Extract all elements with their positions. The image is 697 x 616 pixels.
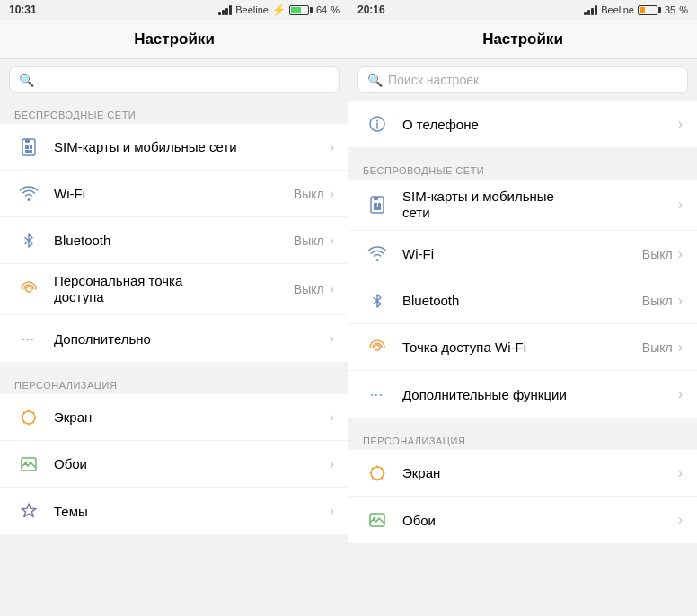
section-wireless-group-right: SIM-карты и мобильныесети › Wi-Fi Выкл ›… <box>348 180 697 418</box>
search-bar-right: 🔍 Поиск настроек <box>348 59 697 101</box>
search-icon-right: 🔍 <box>367 73 383 87</box>
item-hotspot-right[interactable]: Точка доступа Wi-Fi Выкл › <box>348 324 697 371</box>
battery-pct-left: 64 <box>316 4 327 15</box>
item-themes-left[interactable]: Темы › <box>0 488 348 534</box>
svg-rect-3 <box>30 145 32 149</box>
item-more-label-right: Дополнительные функции <box>402 387 678 402</box>
item-bt-value-right: Выкл <box>642 294 673 308</box>
settings-list-left: БЕСПРОВОДНЫЕ СЕТИ SIM-карты и мобильные … <box>0 101 348 616</box>
battery-tip-right <box>658 7 661 13</box>
item-wifi-label-left: Wi-Fi <box>54 186 294 201</box>
item-bt-right[interactable]: Bluetooth Выкл › <box>348 277 697 324</box>
item-wallpaper-left[interactable]: Обои › <box>0 441 348 488</box>
svg-point-19 <box>374 517 376 520</box>
chevron-sim-right: › <box>678 197 683 213</box>
panel-right: 20:16 Beeline 35% Настройки 🔍 Поис <box>348 0 697 616</box>
chevron-wifi-left: › <box>330 186 334 202</box>
display-icon-right <box>363 459 392 488</box>
battery-fill-left <box>291 7 302 13</box>
battery-icon-right <box>638 5 661 15</box>
divider1-right <box>348 418 697 427</box>
divider1-left <box>0 362 348 371</box>
item-bt-label-left: Bluetooth <box>54 233 294 248</box>
item-sim-left[interactable]: SIM-карты и мобильные сети › <box>0 124 348 171</box>
item-wallpaper-label-right: Обои <box>402 513 678 528</box>
item-display-label-left: Экран <box>54 409 330 425</box>
item-display-right[interactable]: Экран › <box>348 450 697 497</box>
signal-icon-left <box>218 5 232 15</box>
battery-tip-left <box>310 7 313 13</box>
svg-rect-15 <box>374 207 381 210</box>
signal-icon-right <box>584 5 597 15</box>
search-placeholder-right: Поиск настроек <box>388 73 479 87</box>
hotspot-icon-left <box>14 275 43 304</box>
item-hotspot-label-right: Точка доступа Wi-Fi <box>402 339 642 355</box>
item-sim-label-left: SIM-карты и мобильные сети <box>54 139 330 154</box>
section-personal-group-right: Экран › Обои › <box>348 450 697 543</box>
status-bar-left: 10:31 Beeline ⚡ 64% <box>0 0 348 20</box>
wallpaper-icon-left <box>14 450 43 479</box>
svg-point-10 <box>376 120 378 122</box>
section-personal-header-left: ПЕРСОНАЛИЗАЦИЯ <box>0 371 348 394</box>
item-more-label-left: Дополнительно <box>54 331 330 347</box>
chevron-wifi-right: › <box>678 246 683 262</box>
section-wireless-header-right: БЕСПРОВОДНЫЕ СЕТИ <box>348 156 697 180</box>
search-bar-left: 🔍 <box>0 59 348 101</box>
more-icon-right: ••• <box>363 380 392 409</box>
svg-point-16 <box>375 345 380 350</box>
sim-icon-right <box>363 190 392 219</box>
status-right-right: Beeline 35% <box>584 4 688 15</box>
item-wifi-right[interactable]: Wi-Fi Выкл › <box>348 231 697 277</box>
item-about-label-right: О телефоне <box>402 117 678 132</box>
battery-pct-right: 35 <box>665 4 675 15</box>
chevron-more-right: › <box>678 386 683 402</box>
svg-rect-12 <box>374 197 378 200</box>
battery-fill-right <box>640 7 645 13</box>
item-hotspot-value-right: Выкл <box>642 340 673 355</box>
search-icon-left: 🔍 <box>19 73 34 87</box>
panel-left: 10:31 Beeline ⚡ 64% Настройки 🔍 <box>0 0 348 616</box>
item-wallpaper-label-left: Обои <box>54 456 330 471</box>
item-bt-value-left: Выкл <box>294 233 324 248</box>
item-wifi-value-right: Выкл <box>642 247 673 261</box>
search-wrap-right[interactable]: 🔍 Поиск настроек <box>357 66 688 93</box>
item-about-right[interactable]: О телефоне › <box>348 101 697 147</box>
svg-point-8 <box>25 461 28 463</box>
search-wrap-left[interactable]: 🔍 <box>9 66 340 93</box>
chevron-themes-left: › <box>330 503 334 519</box>
item-bt-left[interactable]: Bluetooth Выкл › <box>0 217 348 264</box>
battery-icon-left <box>289 5 313 15</box>
top-group-right: О телефоне › <box>348 101 697 147</box>
wifi-icon-left <box>14 180 43 208</box>
carrier-left: Beeline <box>235 4 269 15</box>
svg-rect-1 <box>25 139 30 143</box>
item-bt-label-right: Bluetooth <box>402 293 642 308</box>
item-wallpaper-right[interactable]: Обои › <box>348 497 697 543</box>
item-hotspot-value-left: Выкл <box>294 282 324 296</box>
item-sim-label-right: SIM-карты и мобильныесети <box>402 189 678 221</box>
item-more-right[interactable]: ••• Дополнительные функции › <box>348 371 697 418</box>
item-wifi-left[interactable]: Wi-Fi Выкл › <box>0 171 348 217</box>
item-display-left[interactable]: Экран › <box>0 394 348 441</box>
chevron-wallpaper-right: › <box>678 512 683 528</box>
svg-rect-2 <box>25 145 29 149</box>
chevron-wallpaper-left: › <box>330 456 334 472</box>
item-sim-right[interactable]: SIM-карты и мобильныесети › <box>348 180 697 231</box>
bt-icon-left <box>14 226 43 255</box>
display-icon-left <box>14 403 43 432</box>
item-hotspot-left[interactable]: Персональная точкадоступа Выкл › <box>0 264 348 315</box>
header-title-right: Настройки <box>482 31 563 48</box>
chevron-bt-left: › <box>330 233 334 249</box>
item-display-label-right: Экран <box>402 465 678 480</box>
item-more-left[interactable]: ••• Дополнительно › <box>0 315 348 362</box>
svg-rect-14 <box>378 203 381 207</box>
sim-icon-left <box>14 133 43 162</box>
item-wifi-value-left: Выкл <box>294 187 324 201</box>
item-wifi-label-right: Wi-Fi <box>402 246 642 261</box>
more-icon-left: ••• <box>14 324 43 353</box>
section-personal-group-left: Экран › Обои › Темы › <box>0 394 348 534</box>
time-left: 10:31 <box>9 4 37 16</box>
status-right-left: Beeline ⚡ 64% <box>218 4 340 16</box>
chevron-more-left: › <box>330 330 334 347</box>
chevron-bt-right: › <box>678 293 683 309</box>
